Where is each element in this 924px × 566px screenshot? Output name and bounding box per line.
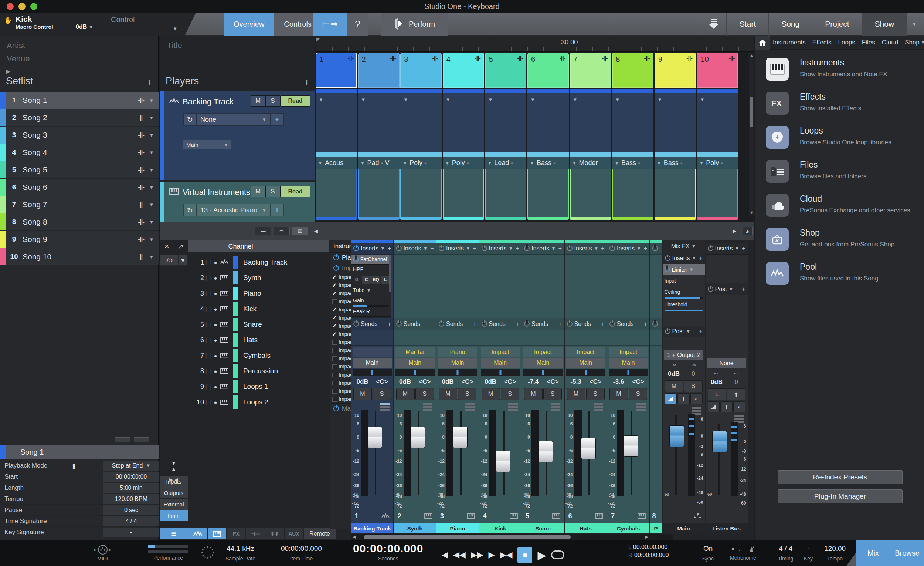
instrument-link[interactable]: Impact — [524, 347, 562, 357]
help-button[interactable]: ? — [347, 13, 368, 36]
solo-button[interactable]: S — [266, 95, 280, 107]
inserts-body[interactable] — [522, 254, 564, 318]
zoom-corner-button[interactable]: ◭ — [743, 227, 753, 235]
pane-divider-handles[interactable] — [115, 437, 149, 443]
track-column-5[interactable]: 5-||-▼▼Lead - — [485, 53, 526, 220]
track-column-3[interactable]: 3-||-▼▼Poly - — [400, 53, 442, 220]
track-lane[interactable]: ▼ — [358, 93, 399, 152]
drag-handle-icon[interactable]: ❘❘ — [204, 291, 211, 296]
volume-value[interactable]: 0dB — [707, 377, 727, 387]
track-header[interactable]: 6-||- — [527, 53, 569, 88]
time-signature-display[interactable]: 4 / 4 Timing — [778, 545, 794, 561]
current-song-row[interactable]: Song 1 — [0, 445, 159, 459]
scroll-right-icon[interactable]: ▶ — [730, 227, 739, 235]
channel-row-percussion[interactable]: 8❘❘●Percussion — [189, 363, 329, 379]
zoom-out-button[interactable]: — — [255, 227, 271, 235]
track-column-1[interactable]: 1-||-▼▼Acous — [316, 53, 357, 220]
solo-button[interactable]: S — [684, 380, 703, 392]
track-body[interactable] — [485, 169, 526, 217]
automation-mode-button[interactable]: Read — [280, 95, 310, 107]
power-icon[interactable] — [353, 257, 358, 262]
add-plugin-button[interactable]: + — [699, 255, 702, 262]
track-column-10[interactable]: 10-||-▼▼Poly - — [697, 53, 738, 220]
lane-chevron-icon[interactable]: ▼ — [446, 97, 450, 102]
fader-handle[interactable] — [581, 438, 596, 459]
speaker-icon[interactable] — [708, 401, 720, 412]
solo-button[interactable]: S — [372, 388, 391, 400]
fader-handle[interactable] — [453, 426, 468, 448]
drag-handle-icon[interactable]: ❘❘ — [204, 275, 211, 281]
lane-chevron-icon[interactable]: ▼ — [615, 97, 620, 102]
instrument-link[interactable]: Mai Tai — [396, 347, 435, 357]
drag-handle-icon[interactable]: ❘❘ — [204, 368, 211, 374]
lane-chevron-icon[interactable]: ▼ — [403, 97, 408, 102]
fader-handle[interactable] — [624, 435, 638, 457]
record-enable-icon[interactable]: ● — [211, 259, 220, 266]
output-select[interactable]: Main — [481, 358, 520, 368]
fx-bank-icon[interactable]: FX — [227, 528, 245, 539]
power-icon[interactable] — [609, 245, 615, 251]
instrument-bank-icon[interactable] — [208, 528, 226, 539]
song-chevron-icon[interactable]: ▼ — [144, 132, 159, 138]
lane-chevron-icon[interactable]: ▼ — [573, 97, 578, 102]
route-select[interactable]: Main▼ — [183, 140, 231, 149]
instrument-link[interactable]: Impact — [481, 347, 520, 357]
gain-slider[interactable] — [353, 305, 389, 307]
power-icon[interactable] — [652, 321, 658, 327]
solo-button[interactable]: S — [416, 388, 434, 400]
pan-value[interactable]: <C> — [415, 377, 435, 387]
setlist-song-row[interactable]: 5Song 5-||-▼ — [0, 161, 159, 178]
output-select[interactable]: Main — [609, 358, 648, 368]
song-chevron-icon[interactable]: ▼ — [144, 150, 159, 155]
mute-button[interactable]: M — [665, 380, 683, 392]
mute-button[interactable]: M — [439, 388, 457, 400]
patch-row[interactable]: ▼Bass - — [612, 157, 654, 169]
add-plugin-button[interactable]: + — [699, 328, 702, 335]
pan-bar[interactable] — [481, 369, 520, 376]
page-tab-start[interactable]: Start — [727, 13, 768, 36]
record-enable-icon[interactable]: ● — [211, 368, 220, 374]
io-bank-icon[interactable]: ⬍⬍ — [266, 528, 284, 539]
plug-in-manager-button[interactable]: Plug-In Manager — [778, 489, 903, 503]
mono-icon[interactable]: ⬍ — [720, 401, 732, 412]
add-plugin-button[interactable]: + — [430, 321, 434, 327]
channel-row-hats[interactable]: 6❘❘●Hats — [189, 332, 329, 348]
prev-marker-button[interactable]: ◀ — [442, 550, 448, 560]
unchecked-box[interactable] — [330, 348, 339, 353]
sends-section-header[interactable]: Sends+ — [351, 318, 393, 330]
pan-bar[interactable] — [566, 369, 605, 376]
track-header[interactable]: 4-||- — [443, 53, 484, 88]
inserts-body[interactable]: FatChannelHPFGCEQLTube▼GainPeak R — [351, 254, 393, 318]
fader-handle[interactable] — [410, 426, 425, 448]
sends-section-header[interactable]: Sends+ — [522, 318, 564, 330]
fatchannel-plugin[interactable]: FatChannelHPFGCEQLTube▼GainPeak R — [351, 254, 391, 318]
track-lane[interactable]: ▼ — [527, 93, 569, 152]
param-slider[interactable] — [664, 297, 703, 299]
track-lane[interactable]: ▼ — [654, 93, 696, 152]
expand-arrow-icon[interactable]: ▶ — [6, 68, 10, 75]
track-lane[interactable]: ▼ — [485, 93, 526, 152]
solo-button[interactable]: S — [543, 388, 562, 400]
artist-field[interactable]: Artist — [7, 41, 25, 50]
post-section-header[interactable]: Post▼+ — [663, 325, 705, 337]
inserts-body[interactable] — [565, 254, 607, 318]
macro-control-select[interactable]: Control — [111, 15, 135, 24]
fader-handle[interactable] — [368, 426, 382, 448]
reload-preset-button[interactable]: ↻ — [183, 204, 196, 217]
track-body[interactable] — [612, 169, 654, 217]
output-select[interactable]: Main — [352, 358, 392, 368]
browse-button[interactable]: Browse — [890, 540, 924, 566]
power-icon[interactable] — [333, 265, 339, 271]
sends-body[interactable] — [607, 330, 650, 346]
strip-name-label[interactable]: Cymbals — [607, 523, 650, 533]
inserts-section-header[interactable] — [650, 243, 662, 254]
group-indicator-icon[interactable] — [508, 403, 518, 405]
next-marker-button[interactable]: ▶ — [489, 550, 495, 560]
add-plugin-button[interactable]: + — [473, 321, 476, 327]
inserts-section-header[interactable]: Inserts▼+ — [394, 243, 436, 254]
pan-bar[interactable] — [609, 369, 648, 376]
inserts-section-header[interactable]: Inserts▼+ — [479, 243, 522, 254]
re-index-presets-button[interactable]: Re-Index Presets — [778, 470, 903, 484]
volume-value[interactable]: -7.4 — [524, 377, 543, 387]
add-plugin-button[interactable]: + — [388, 321, 391, 327]
